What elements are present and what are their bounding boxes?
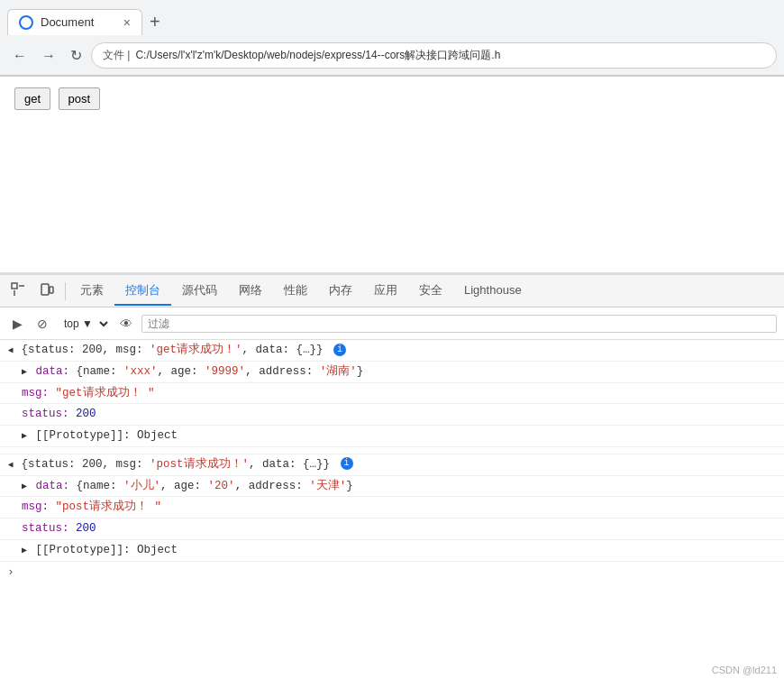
obj-brace-open-post: {status: 200, msg: xyxy=(22,458,150,471)
console-entry-post[interactable]: ▼ {status: 200, msg: 'post请求成功！', data: … xyxy=(0,454,784,476)
devtools-tab-bar: 元素 控制台 源代码 网络 性能 内存 应用 安全 Lighthouse xyxy=(0,275,784,307)
forward-button[interactable]: → xyxy=(36,44,61,68)
console-entry-post-data[interactable]: ▶ data: {name: '小儿', age: '20', address:… xyxy=(0,476,784,498)
key-status-get: status: xyxy=(22,408,76,420)
browser-chrome: Document × + ← → ↻ 文件 | C:/Users/l'x'l'z… xyxy=(0,0,784,77)
tab-close-button[interactable]: × xyxy=(123,15,131,30)
console-entry-post-status: status: 200 xyxy=(0,518,784,540)
eye-button[interactable]: 👁 xyxy=(114,314,138,334)
brace-close-post: } xyxy=(346,480,353,492)
console-toolbar: ▶ ⊘ top ▼ 👁 xyxy=(0,307,784,340)
entry-spacer xyxy=(0,447,784,454)
svg-rect-0 xyxy=(12,283,17,289)
val-msg-get: "get请求成功！ " xyxy=(56,387,155,399)
svg-rect-1 xyxy=(41,284,49,295)
no-button[interactable]: ⊘ xyxy=(32,314,53,334)
active-tab[interactable]: Document × xyxy=(7,9,142,35)
comma1-post: , age: xyxy=(160,480,208,492)
tab-memory[interactable]: 内存 xyxy=(318,277,363,306)
tab-bar: Document × + xyxy=(0,0,784,36)
tab-lighthouse[interactable]: Lighthouse xyxy=(453,278,533,304)
proto-post: [[Prototype]]: Object xyxy=(36,544,178,556)
key-data-get: data: xyxy=(36,365,77,378)
nav-lock-label: 文件 | xyxy=(103,48,130,63)
val-msg-post: "post请求成功！ " xyxy=(56,500,162,513)
tab-application[interactable]: 应用 xyxy=(363,277,408,306)
filter-input[interactable] xyxy=(141,315,777,333)
key-data-post: data: xyxy=(36,480,77,492)
console-entry-get-status: status: 200 xyxy=(0,404,784,426)
console-prompt: › xyxy=(0,562,784,583)
svg-rect-2 xyxy=(50,287,53,293)
console-entry-get-msg: msg: "get请求成功！ " xyxy=(0,383,784,405)
get-button[interactable]: get xyxy=(14,87,50,110)
val-address-post: '天津' xyxy=(309,480,346,492)
val-name-post: '小儿' xyxy=(123,480,160,492)
expand-arrow-data-get: ▶ xyxy=(22,365,27,379)
console-output: ▼ {status: 200, msg: 'get请求成功！', data: {… xyxy=(0,340,784,631)
address-bar[interactable]: 文件 | C:/Users/l'x'l'z'm'k/Desktop/web/no… xyxy=(91,42,777,69)
prompt-arrow-icon: › xyxy=(7,565,14,579)
tab-performance[interactable]: 性能 xyxy=(273,277,318,306)
console-entry-post-msg: msg: "post请求成功！ " xyxy=(0,497,784,518)
val-age-post: '20' xyxy=(208,480,235,492)
devtools-panel: 元素 控制台 源代码 网络 性能 内存 应用 安全 Lighthouse ▶ ⊘… xyxy=(0,273,784,631)
obj-brace-open-get: {status: 200, msg: xyxy=(22,344,150,356)
tab-separator xyxy=(65,282,66,300)
expand-arrow-proto-post: ▶ xyxy=(22,544,27,557)
expand-arrow-get: ▼ xyxy=(4,347,17,353)
reload-button[interactable]: ↻ xyxy=(65,43,87,68)
obj-rest-post: , data: {…}} xyxy=(249,458,330,471)
val-address-get: '湖南' xyxy=(320,365,357,378)
comma2-post: , address: xyxy=(235,480,310,492)
info-icon-get: i xyxy=(333,344,346,356)
run-button[interactable]: ▶ xyxy=(7,314,28,334)
proto-get: [[Prototype]]: Object xyxy=(36,429,178,442)
key-msg-get: msg: xyxy=(22,387,56,399)
context-selector[interactable]: top ▼ xyxy=(57,315,111,333)
brace-close-get: } xyxy=(357,365,364,378)
nav-bar: ← → ↻ 文件 | C:/Users/l'x'l'z'm'k/Desktop/… xyxy=(0,36,784,76)
watermark: CSDN @ld211 xyxy=(712,665,777,675)
expand-arrow-proto-get: ▶ xyxy=(22,429,27,443)
post-msg-string: 'post请求成功！' xyxy=(150,458,249,471)
val-age-get: '9999' xyxy=(205,365,245,378)
inspect-element-icon[interactable] xyxy=(4,279,32,303)
expand-arrow-data-post: ▶ xyxy=(22,480,27,493)
page-content: get post xyxy=(0,77,784,273)
tab-sources[interactable]: 源代码 xyxy=(171,277,228,306)
back-button[interactable]: ← xyxy=(7,44,32,68)
console-entry-get-data[interactable]: ▶ data: {name: 'xxx', age: '9999', addre… xyxy=(0,362,784,383)
tab-favicon xyxy=(19,15,33,30)
val-data-post: {name: xyxy=(77,480,124,492)
address-text: C:/Users/l'x'l'z'm'k/Desktop/web/nodejs/… xyxy=(135,48,500,63)
comma2-get: , address: xyxy=(245,365,320,378)
key-msg-post: msg: xyxy=(22,500,56,513)
get-msg-string: 'get请求成功！' xyxy=(150,344,242,356)
obj-rest-get: , data: {…}} xyxy=(242,344,324,356)
tab-network[interactable]: 网络 xyxy=(228,277,273,306)
post-button[interactable]: post xyxy=(59,87,101,110)
info-icon-post: i xyxy=(341,457,353,470)
val-status-get: 200 xyxy=(76,408,96,420)
device-toggle-icon[interactable] xyxy=(32,279,61,303)
tab-console[interactable]: 控制台 xyxy=(114,277,171,306)
comma1-get: , age: xyxy=(158,365,205,378)
val-name-get: 'xxx' xyxy=(123,365,158,378)
val-data-get: {name: xyxy=(77,365,124,378)
console-entry-post-proto[interactable]: ▶ [[Prototype]]: Object xyxy=(0,540,784,562)
key-status-post: status: xyxy=(22,522,76,535)
tab-security[interactable]: 安全 xyxy=(408,277,453,306)
val-status-post: 200 xyxy=(76,522,96,535)
tab-title: Document xyxy=(41,15,94,29)
console-entry-get-proto[interactable]: ▶ [[Prototype]]: Object xyxy=(0,426,784,447)
tab-elements[interactable]: 元素 xyxy=(69,277,114,306)
new-tab-button[interactable]: + xyxy=(142,12,168,32)
expand-arrow-post: ▼ xyxy=(4,462,17,467)
console-entry-get[interactable]: ▼ {status: 200, msg: 'get请求成功！', data: {… xyxy=(0,340,784,362)
